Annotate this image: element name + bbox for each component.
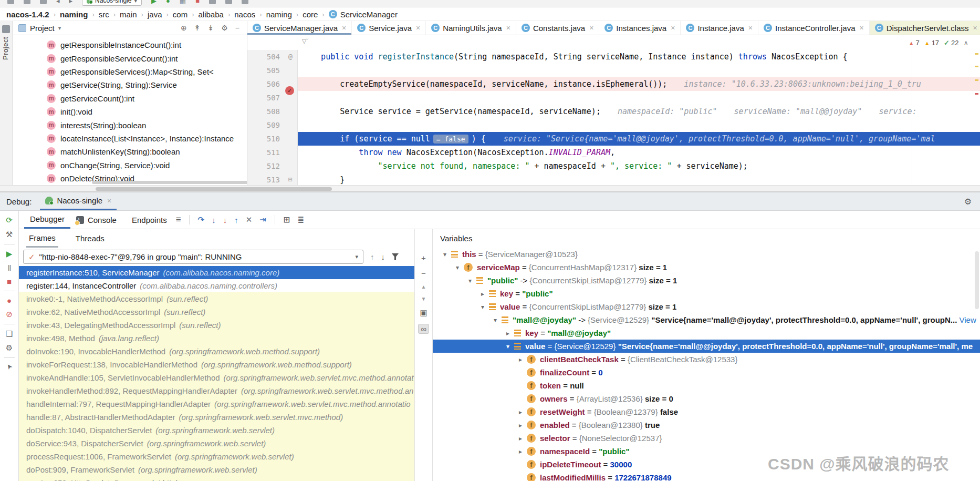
- variable-row[interactable]: "public" -> {ConcurrentSkipListMap@12779…: [433, 274, 980, 287]
- variable-row[interactable]: key = "public": [433, 287, 980, 300]
- editor-gutter[interactable]: 513: [247, 173, 298, 185]
- collapse-all-icon[interactable]: ↟: [194, 24, 201, 32]
- breadcrumb-item[interactable]: alibaba: [199, 10, 224, 19]
- remove-watch-icon[interactable]: −: [421, 269, 426, 278]
- structure-method[interactable]: m getService(String, String):Service: [13, 78, 247, 91]
- editor-gutter[interactable]: 505: [247, 64, 298, 77]
- editor-gutter[interactable]: 506: [247, 77, 298, 91]
- forward-icon[interactable]: ▸: [69, 0, 73, 4]
- close-icon[interactable]: ×: [589, 24, 593, 32]
- tree-chevron-icon[interactable]: [516, 448, 525, 455]
- step-into-icon[interactable]: ↓: [212, 216, 216, 224]
- step-over-icon[interactable]: ↷: [198, 215, 205, 224]
- save-icon[interactable]: [24, 0, 30, 4]
- close-icon[interactable]: ×: [860, 24, 864, 32]
- warning-stripe[interactable]: [975, 79, 978, 81]
- variables-scrollbar[interactable]: [975, 251, 979, 309]
- previous-frame-icon[interactable]: ↑: [370, 252, 374, 261]
- code-line[interactable]: 513 }: [247, 173, 980, 185]
- error-stripe[interactable]: [975, 93, 978, 95]
- debug-tab[interactable]: Debugger: [24, 211, 70, 229]
- chevron-down-icon[interactable]: ▾: [58, 25, 61, 32]
- mute-breakpoints-icon[interactable]: ⊘: [6, 310, 13, 319]
- tree-chevron-icon[interactable]: [491, 316, 500, 324]
- step-out-icon[interactable]: ↑: [234, 216, 238, 224]
- run-icon[interactable]: ▶: [151, 0, 157, 4]
- variable-row[interactable]: value = {ConcurrentSkipListMap@12779} si…: [433, 300, 980, 313]
- editor-tab[interactable]: C Instances.java ×: [599, 21, 681, 35]
- stack-frame[interactable]: invoke:62, NativeMethodAccessorImpl (sun…: [19, 305, 414, 319]
- structure-method[interactable]: m matchUnlistenKey(String):boolean: [13, 145, 247, 158]
- editor-gutter[interactable]: 504: [247, 50, 298, 64]
- editor-tab[interactable]: C Constants.java ×: [516, 21, 599, 35]
- filter-icon[interactable]: [392, 253, 399, 260]
- editor-gutter[interactable]: 511: [247, 146, 298, 159]
- coverage-icon[interactable]: ▦: [180, 0, 186, 4]
- stack-frame[interactable]: doInvoke:190, InvocableHandlerMethod (or…: [19, 345, 414, 358]
- editor-tab[interactable]: C NamingUtils.java ×: [426, 21, 516, 35]
- code-line[interactable]: 511 throw new NacosException(NacosExcept…: [247, 146, 980, 159]
- stack-frame[interactable]: doService:943, DispatcherServlet (org.sp…: [19, 437, 414, 450]
- code-line[interactable]: 508 Service service = getService(namespa…: [247, 105, 980, 118]
- breadcrumb-item[interactable]: naming: [266, 10, 292, 19]
- code-line[interactable]: 506 createEmptyService(namespaceId, serv…: [247, 77, 980, 91]
- locate-icon[interactable]: ⊕: [181, 24, 187, 32]
- breadcrumb-item[interactable]: nacos: [234, 10, 255, 19]
- tree-chevron-icon[interactable]: [478, 303, 487, 311]
- menu-icon[interactable]: ≡: [176, 214, 181, 225]
- gutter-icon[interactable]: [284, 50, 297, 64]
- hint-funnel-icon[interactable]: ▽ˇ: [302, 38, 308, 45]
- structure-method[interactable]: m getResponsibleInstanceCount():int: [13, 38, 247, 52]
- move-up-icon[interactable]: ▲: [421, 284, 426, 290]
- structure-method[interactable]: m locateInstance(List<Instance>, Instanc…: [13, 132, 247, 145]
- pin-icon[interactable]: ➤: [4, 362, 14, 372]
- breadcrumb-item[interactable]: main: [120, 10, 137, 19]
- stack-frame[interactable]: registerInstance:510, ServiceManager (co…: [19, 266, 414, 279]
- variable-row[interactable]: value = {Service@12529} "Service{name='m…: [433, 340, 980, 353]
- open-icon[interactable]: [7, 0, 14, 4]
- variable-row[interactable]: enabled = {Boolean@12380} true: [433, 418, 980, 432]
- debug-tab[interactable]: Endpoints: [122, 211, 173, 229]
- editor-tab[interactable]: C Service.java ×: [352, 21, 426, 35]
- debug-tab[interactable]: Console: [70, 211, 122, 229]
- tree-chevron-icon[interactable]: [478, 290, 487, 298]
- code-line[interactable]: 504 public void registerInstance(String …: [247, 50, 980, 64]
- search-icon[interactable]: [209, 0, 216, 4]
- breadcrumb-item[interactable]: com: [173, 10, 187, 19]
- editor-scrollbar[interactable]: [974, 35, 980, 185]
- add-watch-icon[interactable]: +: [421, 253, 426, 262]
- editor-gutter[interactable]: 509: [247, 118, 298, 132]
- code-line[interactable]: 505: [247, 64, 980, 77]
- stack-frame[interactable]: invoke:43, DelegatingMethodAccessorImpl …: [19, 319, 414, 332]
- warning-stripe[interactable]: [975, 66, 978, 67]
- variable-row[interactable]: owners = {ArrayList@12536} size = 0: [433, 392, 980, 405]
- editor-debug-splitter[interactable]: [0, 185, 980, 192]
- variable-row[interactable]: "mall@@joyday" -> {Service@12529} "Servi…: [433, 313, 980, 326]
- structure-method[interactable]: m getResponsibleServices():Map<String, S…: [13, 65, 247, 78]
- variable-row[interactable]: serviceMap = {ConcurrentHashMap@12317} s…: [433, 261, 980, 274]
- close-icon[interactable]: ×: [107, 197, 111, 205]
- stack-frame[interactable]: service:652, HttpServlet (javax.servlet.…: [19, 476, 414, 481]
- close-icon[interactable]: ×: [506, 24, 510, 32]
- drop-frame-icon[interactable]: ✕: [246, 215, 253, 224]
- resume-icon[interactable]: ▶: [6, 249, 13, 259]
- project-tool-icon[interactable]: [2, 25, 10, 33]
- close-icon[interactable]: ×: [748, 24, 753, 32]
- tree-chevron-icon[interactable]: [503, 330, 513, 337]
- tree-chevron-icon[interactable]: [516, 408, 525, 416]
- warning-stripe[interactable]: [975, 53, 978, 55]
- code-line[interactable]: 507: [247, 91, 980, 105]
- tree-chevron-icon[interactable]: [516, 422, 525, 429]
- settings-gear-icon[interactable]: ⚙: [6, 343, 13, 353]
- tree-chevron-icon[interactable]: [503, 343, 513, 350]
- hide-panel-icon[interactable]: −: [235, 24, 239, 32]
- frames-tab[interactable]: Threads: [73, 229, 107, 248]
- breadcrumb-item[interactable]: nacos-1.4.2: [6, 10, 49, 19]
- structure-method[interactable]: m init():void: [13, 105, 247, 118]
- editor-tab[interactable]: C Instance.java ×: [681, 21, 758, 35]
- stack-frame[interactable]: handle:87, AbstractHandlerMethodAdapter …: [19, 411, 414, 424]
- stack-frame[interactable]: handleInternal:797, RequestMappingHandle…: [19, 397, 414, 411]
- expand-all-icon[interactable]: ↡: [208, 24, 214, 32]
- scrollbar-thumb[interactable]: [96, 187, 332, 191]
- project-panel-title[interactable]: Project: [30, 24, 55, 33]
